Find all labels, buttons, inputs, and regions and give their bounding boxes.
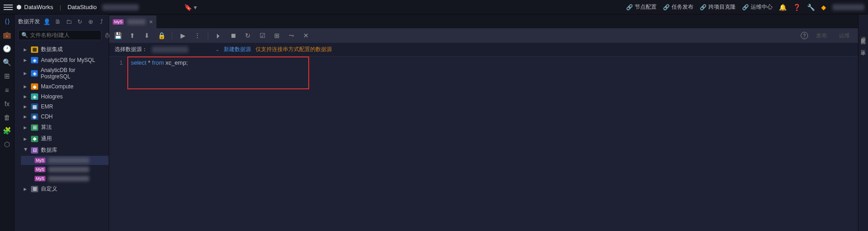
rail-stats-icon[interactable]: ≡ bbox=[3, 86, 11, 94]
search-input[interactable] bbox=[30, 32, 98, 38]
new-datasource-link[interactable]: 新建数据源 bbox=[224, 46, 251, 53]
tree-leaf[interactable]: MyS bbox=[21, 174, 109, 183]
link-cross-project[interactable]: 🔗跨项目克隆 bbox=[700, 3, 736, 11]
rail-code-icon[interactable]: ⟨⟩ bbox=[3, 17, 11, 26]
tree-item-adb-mysql[interactable]: ▶◈AnalyticDB for MySQL bbox=[15, 55, 109, 65]
new-folder-icon[interactable]: 🗀 bbox=[65, 18, 72, 25]
locate-icon[interactable]: ⊕ bbox=[87, 18, 94, 25]
tree-item-adb-pg[interactable]: ▶◈AnalyticDB for PostgreSQL bbox=[15, 65, 109, 82]
code-editor[interactable]: 1 select * from xc_emp; bbox=[109, 56, 858, 231]
product-name: DataStudio bbox=[67, 4, 96, 10]
menu-icon[interactable] bbox=[4, 3, 13, 12]
link-task-publish[interactable]: 🔗任务发布 bbox=[663, 3, 693, 11]
search-icon: 🔍 bbox=[21, 32, 28, 38]
format-icon[interactable]: ⊞ bbox=[273, 31, 281, 40]
submit-icon[interactable]: ⬆ bbox=[128, 31, 136, 40]
more-icon[interactable]: ⋮ bbox=[193, 31, 201, 40]
rail-puzzle-icon[interactable]: 🧩 bbox=[3, 127, 11, 135]
link-node-config[interactable]: 🔗节点配置 bbox=[626, 3, 657, 11]
chevron-down-icon: ⌄ bbox=[216, 47, 219, 52]
line-number: 1 bbox=[109, 59, 123, 66]
user-icon[interactable]: 👤 bbox=[43, 18, 50, 25]
run-icon[interactable]: ▶ bbox=[179, 31, 187, 40]
help-icon[interactable]: ❓ bbox=[793, 4, 801, 11]
datasource-label: 选择数据源： bbox=[115, 46, 147, 53]
search-box[interactable]: 🔍 bbox=[18, 30, 101, 40]
toolbar-right: ? 发布 运维 bbox=[801, 31, 853, 41]
rail-search-icon[interactable]: 🔍 bbox=[3, 58, 11, 67]
sidebar-tools: 👤 🗎 🗀 ↻ ⊕ ⤴ bbox=[43, 18, 105, 25]
new-file-icon[interactable]: 🗎 bbox=[54, 18, 61, 25]
brand: ⬢ DataWorks | DataStudio bbox=[16, 4, 97, 10]
bell-icon[interactable]: 🔔 bbox=[779, 4, 787, 11]
rail-schedule-config[interactable]: 调度配置 bbox=[860, 33, 867, 36]
sidebar-title: 数据开发 bbox=[18, 18, 40, 26]
separator bbox=[172, 32, 172, 39]
brand-separator: | bbox=[60, 4, 61, 10]
ops-button[interactable]: 运维 bbox=[835, 31, 853, 41]
tree-leaf[interactable]: MyS bbox=[21, 156, 109, 165]
rail-briefcase-icon[interactable]: 💼 bbox=[3, 31, 11, 39]
top-header: ⬢ DataWorks | DataStudio 🔖 ▾ 🔗节点配置 🔗任务发布… bbox=[0, 0, 868, 15]
datasource-select[interactable]: ⌄ bbox=[152, 46, 219, 53]
rail-table-icon[interactable]: ⊞ bbox=[3, 72, 11, 80]
rail-version[interactable]: 版本 bbox=[860, 46, 867, 47]
wrench-icon[interactable]: 🔧 bbox=[807, 4, 815, 11]
close-icon[interactable]: × bbox=[149, 18, 153, 26]
datasource-hint: 仅支持连接串方式配置的数据源 bbox=[256, 46, 332, 53]
lock-icon[interactable]: 🔒 bbox=[157, 31, 166, 40]
rail-trash-icon[interactable]: 🗑 bbox=[3, 113, 11, 121]
submit-unlock-icon[interactable]: ⬇ bbox=[143, 31, 151, 40]
diamond-icon[interactable]: ◆ bbox=[821, 4, 826, 11]
rail-fx-icon[interactable]: fx bbox=[3, 99, 11, 108]
mysql-badge: MyS bbox=[35, 176, 45, 181]
publish-button[interactable]: 发布 bbox=[813, 31, 831, 41]
tree-item-database[interactable]: ▶⊟数据库 bbox=[15, 144, 109, 156]
editor-tab[interactable]: MyS × bbox=[109, 15, 157, 28]
settings-icon[interactable]: ✕ bbox=[302, 31, 310, 40]
tree-children: MyS MyS MyS bbox=[15, 156, 109, 183]
import-icon[interactable]: ⤴ bbox=[98, 18, 105, 25]
user-menu[interactable] bbox=[833, 4, 864, 10]
brand-name: DataWorks bbox=[24, 4, 53, 10]
link-ops-center[interactable]: 🔗运维中心 bbox=[742, 3, 773, 11]
main-layout: ⟨⟩ 💼 🕐 🔍 ⊞ ≡ fx 🗑 🧩 ⬡ 数据开发 👤 🗎 🗀 ↻ ⊕ ⤴ 🔍 bbox=[0, 15, 868, 231]
help-icon[interactable]: ? bbox=[801, 32, 808, 39]
rail-clock-icon[interactable]: 🕐 bbox=[3, 45, 11, 53]
tree-item-hologres[interactable]: ▶◈Hologres bbox=[15, 92, 109, 102]
tree-item-integration[interactable]: ▶▦数据集成 bbox=[15, 44, 109, 55]
stop-icon[interactable]: ⏹ bbox=[229, 31, 237, 40]
tree-item-maxcompute[interactable]: ▶◆MaxCompute bbox=[15, 82, 109, 92]
mysql-badge: MyS bbox=[35, 158, 45, 163]
db-icon: ⊟ bbox=[31, 147, 38, 154]
sidebar-header: 数据开发 👤 🗎 🗀 ↻ ⊕ ⤴ bbox=[15, 15, 109, 28]
content-area: MyS × 💾 ⬆ ⬇ 🔒 ▶ ⋮ ⏵ ⏹ ↻ ☑ ⊞ ⤳ ✕ ? 发布 运维 bbox=[109, 15, 858, 231]
tree-item-cdh[interactable]: ▶◉CDH bbox=[15, 112, 109, 122]
code-area[interactable]: select * from xc_emp; bbox=[127, 56, 858, 231]
save-icon[interactable]: 💾 bbox=[114, 31, 122, 40]
tree-item-custom[interactable]: ▶⊞自定义 bbox=[15, 183, 109, 195]
tree-leaf[interactable]: MyS bbox=[21, 165, 109, 174]
workspace-name[interactable] bbox=[102, 4, 139, 10]
header-right: 🔗节点配置 🔗任务发布 🔗跨项目克隆 🔗运维中心 🔔 ❓ 🔧 ◆ bbox=[626, 3, 864, 11]
check-icon[interactable]: ☑ bbox=[258, 31, 266, 40]
refresh-icon[interactable]: ↻ bbox=[76, 18, 83, 25]
right-rail: 调度配置 版本 bbox=[858, 15, 868, 231]
run-smoke-icon[interactable]: ⏵ bbox=[215, 31, 223, 40]
tree-item-algo[interactable]: ▶⊞算法 bbox=[15, 122, 109, 133]
sidebar: 数据开发 👤 🗎 🗀 ↻ ⊕ ⤴ 🔍 ⫛ ▶▦数据集成 ▶◈AnalyticDB… bbox=[15, 15, 109, 231]
db-icon: ◆ bbox=[31, 83, 38, 90]
leaf-name bbox=[48, 176, 89, 181]
db-icon: ◈ bbox=[31, 93, 38, 100]
tree-item-general[interactable]: ▶◆通用 bbox=[15, 133, 109, 144]
editor-toolbar: 💾 ⬆ ⬇ 🔒 ▶ ⋮ ⏵ ⏹ ↻ ☑ ⊞ ⤳ ✕ ? 发布 运维 bbox=[109, 28, 858, 43]
bookmark-icon[interactable]: 🔖 ▾ bbox=[184, 4, 197, 11]
tab-bar: MyS × bbox=[109, 15, 858, 28]
datasource-value bbox=[152, 46, 188, 53]
rail-cube-icon[interactable]: ⬡ bbox=[3, 140, 11, 149]
search-row: 🔍 ⫛ bbox=[15, 28, 109, 42]
reload-icon[interactable]: ↻ bbox=[244, 31, 252, 40]
deploy-icon[interactable]: ⤳ bbox=[287, 31, 296, 40]
db-icon: ▦ bbox=[31, 103, 38, 110]
tree-item-emr[interactable]: ▶▦EMR bbox=[15, 102, 109, 112]
